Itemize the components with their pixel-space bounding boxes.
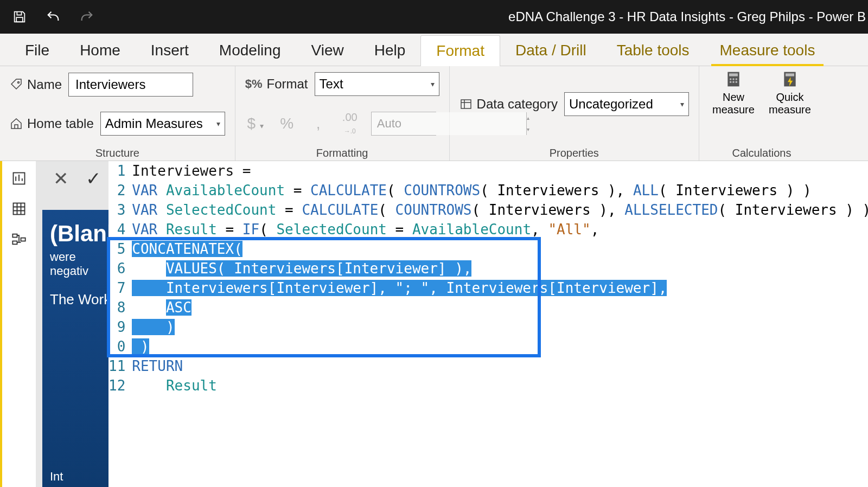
code-line: ASC — [132, 298, 868, 317]
chevron-down-icon: ▾ — [680, 100, 684, 108]
data-category-select[interactable]: Uncategorized▾ — [564, 92, 689, 116]
code-line: VAR SelectedCount = CALCULATE( COUNTROWS… — [132, 200, 868, 220]
tab-table-tools[interactable]: Table tools — [602, 35, 705, 66]
code-line: Interviewers[Interviewer], "; ", Intervi… — [132, 278, 868, 298]
window-title: eDNA Challenge 3 - HR Data Insights - Gr… — [95, 9, 868, 24]
measure-name-input[interactable] — [68, 73, 193, 97]
cancel-formula-icon[interactable]: ✕ — [50, 168, 72, 189]
tab-help[interactable]: Help — [359, 35, 421, 66]
home-icon — [10, 117, 23, 130]
svg-rect-4 — [729, 73, 738, 76]
svg-point-10 — [736, 81, 737, 83]
tab-modeling[interactable]: Modeling — [204, 35, 296, 66]
chevron-down-icon: ▾ — [431, 80, 435, 88]
quick-measure-button[interactable]: Quick measure — [765, 71, 814, 116]
work-area: ✕ ✓ (Blank) were negativ The Worki Int 1… — [0, 161, 868, 487]
group-label-formatting: Formatting — [245, 147, 439, 159]
tab-data-drill[interactable]: Data / Drill — [500, 35, 602, 66]
work-text: The Worki — [50, 291, 114, 308]
report-canvas: ✕ ✓ (Blank) were negativ The Worki Int 1… — [36, 161, 868, 487]
category-icon — [459, 98, 473, 111]
code-line: CONCATENATEX( — [132, 239, 868, 259]
report-view-icon[interactable] — [11, 171, 27, 186]
svg-point-7 — [736, 78, 737, 80]
decimal-places-input[interactable] — [372, 112, 526, 135]
ribbon-group-calculations: New measure Quick measure Calculations — [699, 66, 824, 161]
format-symbol-icon: $% — [245, 77, 263, 91]
new-measure-button[interactable]: New measure — [709, 71, 758, 116]
svg-rect-16 — [12, 241, 17, 245]
chevron-down-icon: ▾ — [216, 119, 220, 128]
tag-icon — [10, 78, 23, 91]
title-bar: eDNA Challenge 3 - HR Data Insights - Gr… — [0, 0, 868, 34]
svg-rect-14 — [14, 203, 25, 215]
home-table-select[interactable]: Admin Measures▾ — [100, 112, 225, 136]
group-label-structure: Structure — [10, 147, 225, 159]
name-label: Name — [10, 77, 62, 92]
dax-editor[interactable]: 1 2 3 4 5 6 7 8 9 0 11 12 Interviewers =… — [108, 161, 868, 487]
code-line: RETURN — [132, 356, 868, 376]
group-label-calculations: Calculations — [709, 147, 814, 159]
commit-formula-icon[interactable]: ✓ — [82, 168, 104, 189]
format-label: $% Format — [245, 76, 308, 92]
tab-home[interactable]: Home — [65, 35, 136, 66]
quick-access-toolbar — [0, 8, 95, 25]
svg-rect-0 — [16, 17, 23, 22]
svg-point-6 — [732, 78, 734, 80]
spinner-down-icon[interactable]: ▾ — [527, 124, 529, 135]
calculator-lightning-icon — [781, 71, 799, 88]
int-text: Int — [50, 470, 63, 484]
save-icon[interactable] — [11, 8, 28, 25]
code-line: VAR Result = IF( SelectedCount = Availab… — [132, 220, 868, 239]
svg-point-5 — [730, 78, 731, 80]
decimal-places-spinner[interactable]: ▴▾ — [371, 112, 436, 136]
code-line: VALUES( Interviewers[Interviewer] ), — [132, 259, 868, 278]
calculator-icon — [725, 71, 742, 88]
view-switcher — [0, 161, 36, 487]
currency-button[interactable]: $ ▾ — [245, 115, 266, 132]
code-line: ) — [132, 317, 868, 337]
line-number-gutter: 1 2 3 4 5 6 7 8 9 0 11 12 — [108, 161, 129, 395]
group-label-properties: Properties — [459, 147, 689, 159]
negative-text: were negativ — [50, 250, 114, 278]
code-line: Interviewers = — [132, 161, 868, 181]
model-view-icon[interactable] — [11, 232, 27, 247]
ribbon-tabs: File Home Insert Modeling View Help Form… — [0, 34, 868, 66]
svg-rect-2 — [461, 100, 471, 108]
code-line: VAR AvailableCount = CALCULATE( COUNTROW… — [132, 181, 868, 200]
data-view-icon[interactable] — [11, 201, 27, 216]
percent-button[interactable]: % — [277, 115, 297, 132]
code-content[interactable]: Interviewers = VAR AvailableCount = CALC… — [129, 161, 868, 395]
tab-view[interactable]: View — [296, 35, 359, 66]
report-visual-background: (Blank) were negativ The Worki Int — [42, 210, 118, 487]
tab-format[interactable]: Format — [420, 35, 500, 66]
tab-file[interactable]: File — [10, 35, 65, 66]
tab-insert[interactable]: Insert — [136, 35, 204, 66]
svg-point-8 — [730, 81, 731, 83]
redo-icon[interactable] — [78, 8, 95, 25]
svg-rect-12 — [786, 73, 794, 76]
tab-measure-tools[interactable]: Measure tools — [705, 35, 831, 66]
data-category-label: Data category — [459, 97, 558, 112]
decimal-button[interactable]: .00→.0 — [340, 111, 360, 136]
code-line: ) — [132, 337, 868, 356]
thousands-button[interactable]: , — [308, 115, 329, 132]
ribbon-group-formatting: $% Format Text▾ $ ▾ % , .00→.0 ▴▾ Format… — [235, 66, 450, 161]
svg-rect-17 — [21, 238, 25, 241]
ribbon-group-structure: Name Home table Admin Measures▾ Structur… — [0, 66, 235, 161]
undo-icon[interactable] — [44, 8, 62, 25]
formula-bar-controls: ✕ ✓ — [36, 168, 104, 189]
format-select[interactable]: Text▾ — [315, 72, 439, 96]
svg-point-1 — [18, 81, 20, 83]
home-table-label: Home table — [10, 116, 94, 131]
svg-point-9 — [732, 81, 734, 83]
code-line: Result — [132, 376, 868, 395]
blank-label: (Blank) — [50, 221, 114, 247]
ribbon: Name Home table Admin Measures▾ Structur… — [0, 66, 868, 161]
svg-rect-15 — [12, 234, 17, 238]
spinner-up-icon[interactable]: ▴ — [527, 112, 529, 124]
